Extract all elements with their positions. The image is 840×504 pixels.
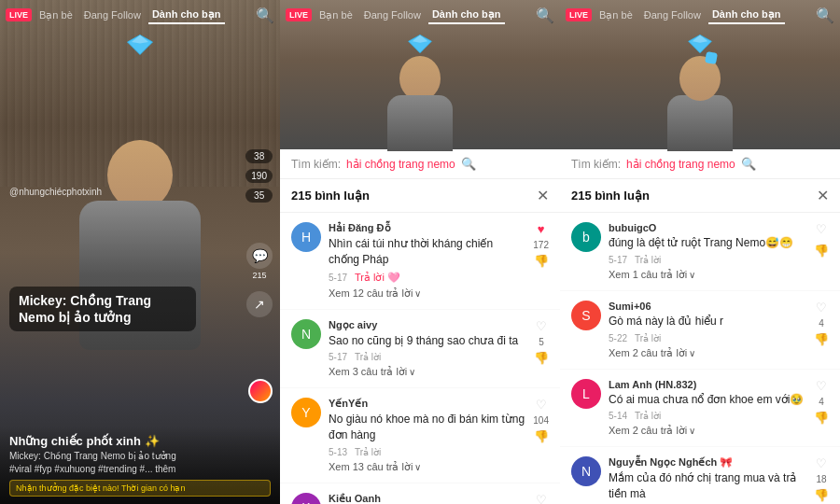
like-icon[interactable]: ♡ xyxy=(536,398,547,412)
reply-button[interactable]: Trả lời 🩷 xyxy=(355,272,400,284)
nav-foryou-3[interactable]: Dành cho bạn xyxy=(708,7,785,24)
nav-friends-3[interactable]: Bạn bè xyxy=(595,7,637,23)
comment-avatar: N xyxy=(291,319,321,349)
view-replies-button[interactable]: Xem 3 câu trả lời xyxy=(329,366,526,378)
dislike-icon[interactable]: 👎 xyxy=(814,332,829,346)
person-thumbnail-3 xyxy=(663,56,737,149)
search-icon-1[interactable]: 🔍 xyxy=(256,7,274,24)
dislike-icon[interactable]: 👎 xyxy=(814,244,829,258)
like-icon[interactable]: ♡ xyxy=(816,222,827,236)
live-badge-1: LIVE xyxy=(6,8,32,21)
search-bar-3[interactable]: Tìm kiếm: hải chồng trang nemo 🔍 xyxy=(560,149,840,179)
comment-date: 5-17 xyxy=(329,273,347,283)
comment-avatar: Y xyxy=(291,398,321,427)
nav-friends-1[interactable]: Bạn bè xyxy=(35,7,77,23)
comment-body: Lam Anh (HN.832) Có ai mua chưa nổ đơn k… xyxy=(609,379,806,438)
view-replies-button[interactable]: Xem 1 câu trả lời xyxy=(609,269,806,281)
channel-name: Những chiếc phốt xinh ✨ xyxy=(9,434,271,448)
comment-username: Lam Anh (HN.832) xyxy=(609,379,806,390)
person-thumbnail-2 xyxy=(383,56,457,149)
comment-meta: 5-14 Trả lời xyxy=(609,411,806,421)
search-icon-2[interactable]: 🔍 xyxy=(536,7,554,24)
nav-following-3[interactable]: Đang Follow xyxy=(640,7,705,22)
comment-action[interactable]: 💬 215 xyxy=(246,243,273,280)
comment-date: 5-17 xyxy=(329,352,347,362)
comment-count: 215 xyxy=(252,271,266,280)
comment-icon: 💬 xyxy=(246,243,273,269)
like-icon[interactable]: ♡ xyxy=(816,456,827,470)
viewer-badge-2: 190 xyxy=(245,169,273,183)
reward-bar[interactable]: Nhận thưởng đặc biệt nào! Thời gian có h… xyxy=(9,480,271,497)
comment-text: No giàu nó khoe mà no đi bán kim từng đơ… xyxy=(329,412,525,443)
like-icon[interactable]: ♡ xyxy=(536,493,547,504)
like-count: 104 xyxy=(533,415,549,426)
comment-date: 5-17 xyxy=(609,255,627,265)
dislike-icon[interactable]: 👎 xyxy=(814,411,829,425)
close-button-3[interactable]: ✕ xyxy=(817,187,829,204)
comment-username: Kiều Oanh xyxy=(329,493,525,504)
comment-item: b bubuigcO đúng là dệt tử ruột Trang Nem… xyxy=(560,213,840,291)
live-badge-3: LIVE xyxy=(566,8,592,21)
search-query-3: hải chồng trang nemo xyxy=(626,158,735,171)
search-query-2: hải chồng trang nemo xyxy=(346,158,455,171)
reply-button[interactable]: Trả lời xyxy=(635,411,661,421)
view-replies-button[interactable]: Xem 13 câu trả lời xyxy=(329,461,525,473)
comment-text: Có ai mua chưa nổ đơn khoe em với🥹 xyxy=(609,392,806,408)
comment-avatar: K xyxy=(291,493,321,504)
reply-button[interactable]: Trả lời xyxy=(355,352,381,362)
comment-meta: 5-13 Trả lời xyxy=(329,447,525,457)
viewer-badges: 38 190 35 xyxy=(245,149,273,203)
comment-text: Nhìn cái túi như thời kháng chiến chống … xyxy=(329,236,525,268)
comment-body: YếnYến No giàu nó khoe mà no đi bán kim … xyxy=(329,398,525,473)
like-icon[interactable]: ♡ xyxy=(816,301,827,315)
reply-button[interactable]: Trả lời xyxy=(635,255,661,265)
like-count: 5 xyxy=(539,337,544,347)
search-icon-3[interactable]: 🔍 xyxy=(816,7,834,24)
comment-meta: 5-22 Trả lời xyxy=(609,333,806,343)
comments-header-3: 215 bình luận ✕ xyxy=(560,179,840,213)
like-icon[interactable]: ♡ xyxy=(816,379,827,393)
share-action[interactable]: ↗ xyxy=(246,291,273,317)
reply-button[interactable]: Trả lời xyxy=(635,333,661,343)
nav-following-1[interactable]: Đang Follow xyxy=(80,7,145,22)
comments-list-3: b bubuigcO đúng là dệt tử ruột Trang Nem… xyxy=(560,213,840,504)
comment-actions: ♥ 172 👎 xyxy=(533,222,549,300)
like-icon[interactable]: ♥ xyxy=(538,222,545,236)
comment-body: bubuigcO đúng là dệt tử ruột Trang Nemo😅… xyxy=(609,222,806,281)
view-replies-button[interactable]: Xem 2 câu trả lời xyxy=(609,347,806,359)
video-title-text: Mickey: Chồng Trang Nemo bị ảo tưởng xyxy=(19,292,187,326)
comments-panel-2: LIVE Bạn bè Đang Follow Dành cho bạn 🔍 T… xyxy=(280,0,560,504)
video-thumbnail-3: LIVE Bạn bè Đang Follow Dành cho bạn 🔍 xyxy=(560,0,840,149)
search-bar-2[interactable]: Tìm kiếm: hải chồng trang nemo 🔍 xyxy=(280,149,560,179)
comment-avatar: b xyxy=(571,222,601,252)
side-actions: 💬 215 ↗ xyxy=(246,243,273,317)
dislike-icon[interactable]: 👎 xyxy=(534,429,549,443)
search-inline-icon-2: 🔍 xyxy=(461,157,476,171)
comment-avatar: S xyxy=(571,301,601,330)
view-replies-button[interactable]: Xem 12 câu trả lời xyxy=(329,287,525,300)
reply-button[interactable]: Trả lời xyxy=(355,447,381,457)
close-button-2[interactable]: ✕ xyxy=(537,187,549,204)
comment-item: K Kiều Oanh tính ra tạo rama để bán hàng… xyxy=(280,483,560,504)
video-thumbnail-2: LIVE Bạn bè Đang Follow Dành cho bạn 🔍 xyxy=(280,0,560,149)
comment-username: Nguyễn Ngọc Nghếch 🎀 xyxy=(609,456,806,469)
like-icon[interactable]: ♡ xyxy=(536,319,547,333)
viewer-badge-3: 35 xyxy=(245,189,273,203)
dislike-icon[interactable]: 👎 xyxy=(814,488,829,502)
nav-following-2[interactable]: Đang Follow xyxy=(360,7,425,22)
comment-username: Hải Đăng Đỗ xyxy=(329,222,525,234)
bottom-info-bar: Những chiếc phốt xinh ✨ Mickey: Chồng Tr… xyxy=(0,427,280,504)
video-title-overlay: Mickey: Chồng Trang Nemo bị ảo tưởng xyxy=(9,287,196,331)
like-count: 4 xyxy=(819,397,824,407)
dislike-icon[interactable]: 👎 xyxy=(534,351,549,365)
comment-text: Mắm của đó nhớ chị trang mua và trả tiền… xyxy=(609,470,806,502)
comment-date: 5-22 xyxy=(609,333,627,343)
comment-meta: 5-17 Trả lời 🩷 xyxy=(329,272,525,284)
view-replies-button[interactable]: Xem 2 câu trả lời xyxy=(609,425,806,437)
nav-foryou-2[interactable]: Dành cho bạn xyxy=(428,7,505,24)
dislike-icon[interactable]: 👎 xyxy=(534,254,549,268)
nav-foryou-1[interactable]: Dành cho bạn xyxy=(148,7,225,24)
comments-list-2: H Hải Đăng Đỗ Nhìn cái túi như thời khán… xyxy=(280,213,560,504)
nav-friends-2[interactable]: Bạn bè xyxy=(315,7,357,23)
comment-text: Sao no cũng bị 9 tháng sao chưa đi ta xyxy=(329,333,526,349)
